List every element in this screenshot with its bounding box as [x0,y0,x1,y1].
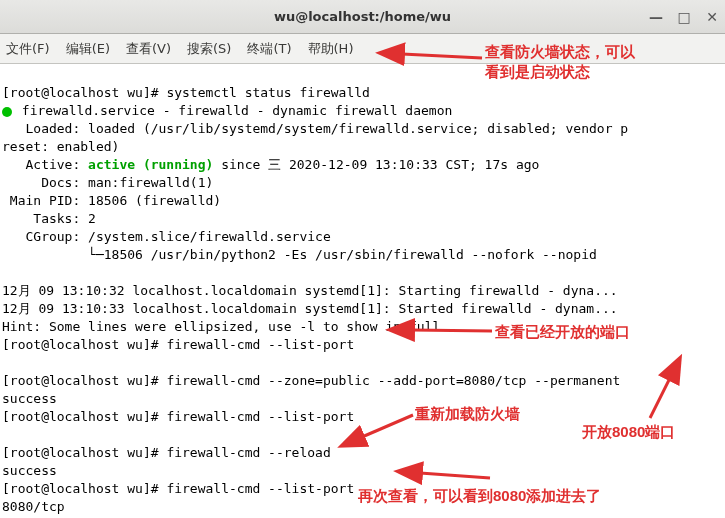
active-rest: since 三 2020-12-09 13:10:33 CST; 17s ago [213,157,539,172]
tasks-line: Tasks: 2 [2,211,96,226]
output-success2: success [2,463,57,478]
active-value: active (running) [88,157,213,172]
menu-search[interactable]: 搜索(S) [187,40,231,58]
mainpid-line: Main PID: 18506 (firewalld) [2,193,221,208]
cgroup-line: CGroup: /system.slice/firewalld.service [2,229,331,244]
loaded-line: Loaded: loaded (/usr/lib/systemd/system/… [2,121,628,136]
output-success: success [2,391,57,406]
menubar: 文件(F) 编辑(E) 查看(V) 搜索(S) 终端(T) 帮助(H) [0,34,725,64]
maximize-icon[interactable]: □ [677,10,691,24]
command-status: systemctl status firewalld [166,85,370,100]
prompt: [root@localhost wu]# [2,337,159,352]
menu-file[interactable]: 文件(F) [6,40,50,58]
output-port: 8080/tcp [2,499,65,514]
menu-edit[interactable]: 编辑(E) [66,40,110,58]
hint-line: Hint: Some lines were ellipsized, use -l… [2,319,448,334]
cgroup-line2: └─18506 /usr/bin/python2 -Es /usr/sbin/f… [2,247,597,262]
terminal-output[interactable]: [root@localhost wu]# systemctl status fi… [0,64,725,518]
command-listport1: firewall-cmd --list-port [166,337,354,352]
menu-help[interactable]: 帮助(H) [308,40,354,58]
window-titlebar: wu@localhost:/home/wu — □ ✕ [0,0,725,34]
status-dot-icon [2,107,12,117]
close-icon[interactable]: ✕ [705,10,719,24]
log-line1: 12月 09 13:10:32 localhost.localdomain sy… [2,283,618,298]
service-line: firewalld.service - firewalld - dynamic … [22,103,452,118]
command-reload: firewall-cmd --reload [166,445,330,460]
command-listport3: firewall-cmd --list-port [166,481,354,496]
prompt: [root@localhost wu]# [2,85,159,100]
prompt: [root@localhost wu]# [2,481,159,496]
menu-view[interactable]: 查看(V) [126,40,171,58]
active-label: Active: [2,157,88,172]
menu-terminal[interactable]: 终端(T) [247,40,291,58]
log-line2: 12月 09 13:10:33 localhost.localdomain sy… [2,301,618,316]
command-addport: firewall-cmd --zone=public --add-port=80… [166,373,620,388]
prompt: [root@localhost wu]# [2,445,159,460]
window-title: wu@localhost:/home/wu [274,9,451,24]
loaded-line2: reset: enabled) [2,139,119,154]
minimize-icon[interactable]: — [649,10,663,24]
prompt: [root@localhost wu]# [2,409,159,424]
docs-line: Docs: man:firewalld(1) [2,175,213,190]
command-listport2: firewall-cmd --list-port [166,409,354,424]
prompt: [root@localhost wu]# [2,373,159,388]
